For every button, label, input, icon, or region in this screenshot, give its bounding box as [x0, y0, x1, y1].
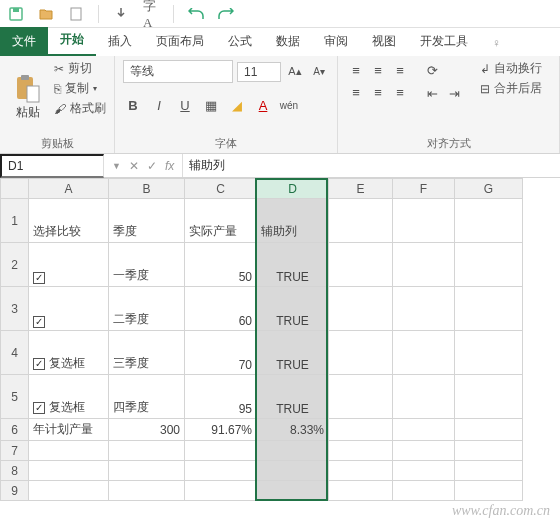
- tab-developer[interactable]: 开发工具: [408, 27, 480, 56]
- cell-C6[interactable]: 91.67%: [185, 419, 257, 441]
- tab-view[interactable]: 视图: [360, 27, 408, 56]
- cell-F3[interactable]: [393, 287, 455, 331]
- tab-tell-me[interactable]: ♀: [480, 30, 513, 56]
- cell-B1[interactable]: 季度: [109, 199, 185, 243]
- cell-E6[interactable]: [329, 419, 393, 441]
- row-header-2[interactable]: 2: [1, 243, 29, 287]
- cell-G9[interactable]: [455, 481, 523, 501]
- tab-review[interactable]: 审阅: [312, 27, 360, 56]
- border-button[interactable]: ▦: [201, 95, 221, 115]
- cell-A5[interactable]: ✓复选框: [29, 375, 109, 419]
- cell-E9[interactable]: [329, 481, 393, 501]
- cell-B8[interactable]: [109, 461, 185, 481]
- cell-A9[interactable]: [29, 481, 109, 501]
- cell-D1[interactable]: 辅助列: [257, 199, 329, 243]
- row-header-7[interactable]: 7: [1, 441, 29, 461]
- cell-A6[interactable]: 年计划产量: [29, 419, 109, 441]
- select-all-corner[interactable]: [1, 179, 29, 199]
- tab-insert[interactable]: 插入: [96, 27, 144, 56]
- cell-E1[interactable]: [329, 199, 393, 243]
- cell-B2[interactable]: 一季度: [109, 243, 185, 287]
- cell-A4[interactable]: ✓复选框: [29, 331, 109, 375]
- col-header-G[interactable]: G: [455, 179, 523, 199]
- font-name-select[interactable]: 等线: [123, 60, 233, 83]
- cell-D5[interactable]: TRUE: [257, 375, 329, 419]
- col-header-F[interactable]: F: [393, 179, 455, 199]
- cell-G7[interactable]: [455, 441, 523, 461]
- row-header-4[interactable]: 4: [1, 331, 29, 375]
- orientation-icon[interactable]: ⟳: [422, 60, 442, 80]
- row-header-8[interactable]: 8: [1, 461, 29, 481]
- cell-C9[interactable]: [185, 481, 257, 501]
- tab-data[interactable]: 数据: [264, 27, 312, 56]
- tab-page-layout[interactable]: 页面布局: [144, 27, 216, 56]
- format-painter-button[interactable]: 🖌格式刷: [54, 100, 106, 117]
- cell-F9[interactable]: [393, 481, 455, 501]
- undo-icon[interactable]: [188, 6, 204, 22]
- italic-button[interactable]: I: [149, 95, 169, 115]
- redo-icon[interactable]: [218, 6, 234, 22]
- row-header-5[interactable]: 5: [1, 375, 29, 419]
- cell-G8[interactable]: [455, 461, 523, 481]
- wrap-text-button[interactable]: ↲自动换行: [480, 60, 542, 77]
- quick-print-icon[interactable]: 字A: [143, 6, 159, 22]
- increase-font-icon[interactable]: A▴: [285, 62, 305, 82]
- cut-button[interactable]: ✂剪切: [54, 60, 106, 77]
- cell-C8[interactable]: [185, 461, 257, 481]
- checkbox-control[interactable]: ✓复选框: [33, 399, 85, 416]
- cell-G5[interactable]: [455, 375, 523, 419]
- cell-A2[interactable]: ✓: [29, 243, 109, 287]
- cell-B6[interactable]: 300: [109, 419, 185, 441]
- col-header-B[interactable]: B: [109, 179, 185, 199]
- tab-file[interactable]: 文件: [0, 27, 48, 56]
- col-header-E[interactable]: E: [329, 179, 393, 199]
- copy-button[interactable]: ⎘复制▾: [54, 80, 106, 97]
- row-header-3[interactable]: 3: [1, 287, 29, 331]
- checkbox-control[interactable]: ✓复选框: [33, 355, 85, 372]
- align-center-icon[interactable]: ≡: [368, 82, 388, 102]
- font-color-button[interactable]: A: [253, 95, 273, 115]
- cell-F1[interactable]: [393, 199, 455, 243]
- save-icon[interactable]: [8, 6, 24, 22]
- checkbox-control[interactable]: ✓: [33, 316, 45, 328]
- formula-bar[interactable]: 辅助列: [182, 154, 560, 177]
- cell-D2[interactable]: TRUE: [257, 243, 329, 287]
- cell-E2[interactable]: [329, 243, 393, 287]
- touch-mode-icon[interactable]: [113, 6, 129, 22]
- col-header-A[interactable]: A: [29, 179, 109, 199]
- cell-D8[interactable]: [257, 461, 329, 481]
- cell-B5[interactable]: 四季度: [109, 375, 185, 419]
- align-right-icon[interactable]: ≡: [390, 82, 410, 102]
- cell-D9[interactable]: [257, 481, 329, 501]
- cell-F6[interactable]: [393, 419, 455, 441]
- dropdown-icon[interactable]: ▼: [112, 161, 121, 171]
- cell-E5[interactable]: [329, 375, 393, 419]
- cell-C5[interactable]: 95: [185, 375, 257, 419]
- decrease-indent-icon[interactable]: ⇤: [422, 83, 442, 103]
- cell-C7[interactable]: [185, 441, 257, 461]
- cell-C2[interactable]: 50: [185, 243, 257, 287]
- decrease-font-icon[interactable]: A▾: [309, 62, 329, 82]
- row-header-9[interactable]: 9: [1, 481, 29, 501]
- align-top-icon[interactable]: ≡: [346, 60, 366, 80]
- checkbox-control[interactable]: ✓: [33, 272, 45, 284]
- tab-home[interactable]: 开始: [48, 25, 96, 56]
- cell-C3[interactable]: 60: [185, 287, 257, 331]
- fill-color-button[interactable]: ◢: [227, 95, 247, 115]
- cell-F8[interactable]: [393, 461, 455, 481]
- cell-A3[interactable]: ✓: [29, 287, 109, 331]
- open-icon[interactable]: [38, 6, 54, 22]
- cell-C1[interactable]: 实际产量: [185, 199, 257, 243]
- cell-A7[interactable]: [29, 441, 109, 461]
- cell-B4[interactable]: 三季度: [109, 331, 185, 375]
- cell-E8[interactable]: [329, 461, 393, 481]
- cell-F7[interactable]: [393, 441, 455, 461]
- cell-D7[interactable]: [257, 441, 329, 461]
- align-left-icon[interactable]: ≡: [346, 82, 366, 102]
- bold-button[interactable]: B: [123, 95, 143, 115]
- new-icon[interactable]: [68, 6, 84, 22]
- align-bottom-icon[interactable]: ≡: [390, 60, 410, 80]
- cell-G2[interactable]: [455, 243, 523, 287]
- paste-button[interactable]: 粘贴: [8, 60, 48, 134]
- align-middle-icon[interactable]: ≡: [368, 60, 388, 80]
